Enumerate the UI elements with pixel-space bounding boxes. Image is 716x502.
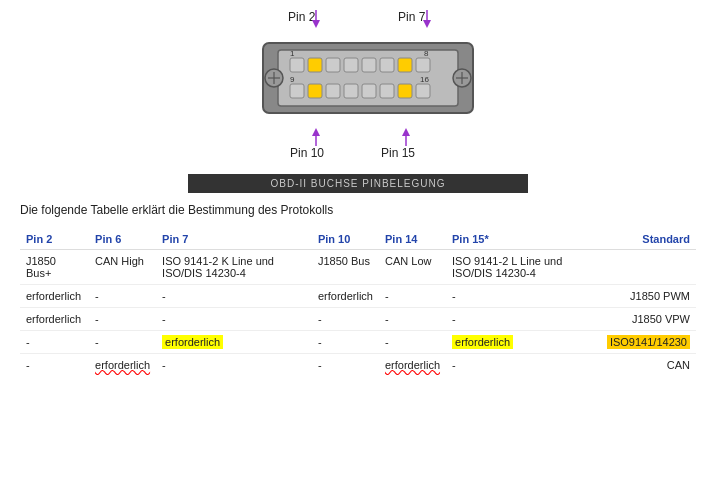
- table-cell: -: [89, 331, 156, 354]
- table-description: Die folgende Tabelle erklärt die Bestimm…: [20, 203, 696, 217]
- table-cell: -: [20, 331, 89, 354]
- table-cell: -: [89, 285, 156, 308]
- table-cell: ISO 9141-2 K Line und ISO/DIS 14230-4: [156, 250, 312, 285]
- obd-banner: OBD-II BUCHSE PINBELEGUNG: [188, 174, 528, 193]
- table-cell: ISO 9141-2 L Line und ISO/DIS 14230-4: [446, 250, 601, 285]
- table-cell: CAN: [601, 354, 696, 377]
- table-cell: -: [20, 354, 89, 377]
- svg-rect-24: [326, 84, 340, 98]
- pin15-bottom-label: Pin 15: [381, 146, 415, 160]
- header-pin7: Pin 7: [156, 229, 312, 250]
- svg-text:16: 16: [420, 75, 429, 84]
- table-cell: erforderlich: [156, 331, 312, 354]
- table-cell: -: [312, 331, 379, 354]
- table-cell: erforderlich: [20, 285, 89, 308]
- svg-rect-17: [380, 58, 394, 72]
- svg-rect-29: [416, 84, 430, 98]
- table-row: -erforderlich--erforderlich-CAN: [20, 354, 696, 377]
- svg-rect-28: [398, 84, 412, 98]
- header-pin15: Pin 15*: [446, 229, 601, 250]
- table-cell: ISO9141/14230: [601, 331, 696, 354]
- table-cell: erforderlich: [89, 354, 156, 377]
- table-cell: -: [156, 354, 312, 377]
- table-cell: -: [446, 354, 601, 377]
- table-row: --erforderlich--erforderlichISO9141/1423…: [20, 331, 696, 354]
- header-pin2: Pin 2: [20, 229, 89, 250]
- table-cell: -: [89, 308, 156, 331]
- table-cell: -: [312, 308, 379, 331]
- svg-rect-27: [380, 84, 394, 98]
- svg-rect-25: [344, 84, 358, 98]
- table-cell: -: [379, 331, 446, 354]
- table-cell: J1850 Bus: [312, 250, 379, 285]
- table-cell: -: [312, 354, 379, 377]
- svg-rect-14: [326, 58, 340, 72]
- svg-marker-3: [423, 20, 431, 28]
- table-cell: CAN Low: [379, 250, 446, 285]
- pin7-arrow: [421, 10, 433, 28]
- svg-text:8: 8: [424, 49, 429, 58]
- svg-rect-12: [290, 58, 304, 72]
- svg-marker-32: [312, 128, 320, 136]
- table-cell: -: [156, 285, 312, 308]
- table-cell: [601, 250, 696, 285]
- table-cell: J1850 PWM: [601, 285, 696, 308]
- svg-rect-26: [362, 84, 376, 98]
- table-cell: erforderlich: [379, 354, 446, 377]
- table-cell: -: [156, 308, 312, 331]
- connector-diagram: Pin 2 Pin 7: [20, 10, 696, 164]
- header-pin6: Pin 6: [89, 229, 156, 250]
- obd-connector: 1 8 9 16: [208, 28, 528, 128]
- table-cell: J1850 VPW: [601, 308, 696, 331]
- svg-rect-15: [344, 58, 358, 72]
- protocol-table: Pin 2 Pin 6 Pin 7 Pin 10 Pin 14 Pin 15* …: [20, 229, 696, 376]
- table-row: erforderlich-----J1850 VPW: [20, 308, 696, 331]
- table-cell: -: [379, 285, 446, 308]
- pin2-arrow: [310, 10, 322, 28]
- table-cell: -: [379, 308, 446, 331]
- svg-marker-34: [402, 128, 410, 136]
- svg-text:1: 1: [290, 49, 295, 58]
- header-pin14: Pin 14: [379, 229, 446, 250]
- svg-rect-22: [290, 84, 304, 98]
- svg-rect-18: [398, 58, 412, 72]
- table-cell: erforderlich: [446, 331, 601, 354]
- svg-rect-19: [416, 58, 430, 72]
- table-cell: -: [446, 308, 601, 331]
- svg-rect-16: [362, 58, 376, 72]
- svg-text:9: 9: [290, 75, 295, 84]
- table-cell: J1850 Bus+: [20, 250, 89, 285]
- header-standard: Standard: [601, 229, 696, 250]
- pin10-bottom-label: Pin 10: [290, 146, 324, 160]
- svg-marker-1: [312, 20, 320, 28]
- table-cell: CAN High: [89, 250, 156, 285]
- svg-rect-13: [308, 58, 322, 72]
- pin15-arrow: [400, 128, 412, 146]
- table-cell: erforderlich: [20, 308, 89, 331]
- header-pin10: Pin 10: [312, 229, 379, 250]
- table-row: J1850 Bus+CAN HighISO 9141-2 K Line und …: [20, 250, 696, 285]
- pin10-arrow: [310, 128, 322, 146]
- table-row: erforderlich--erforderlich--J1850 PWM: [20, 285, 696, 308]
- table-cell: -: [446, 285, 601, 308]
- svg-rect-23: [308, 84, 322, 98]
- table-cell: erforderlich: [312, 285, 379, 308]
